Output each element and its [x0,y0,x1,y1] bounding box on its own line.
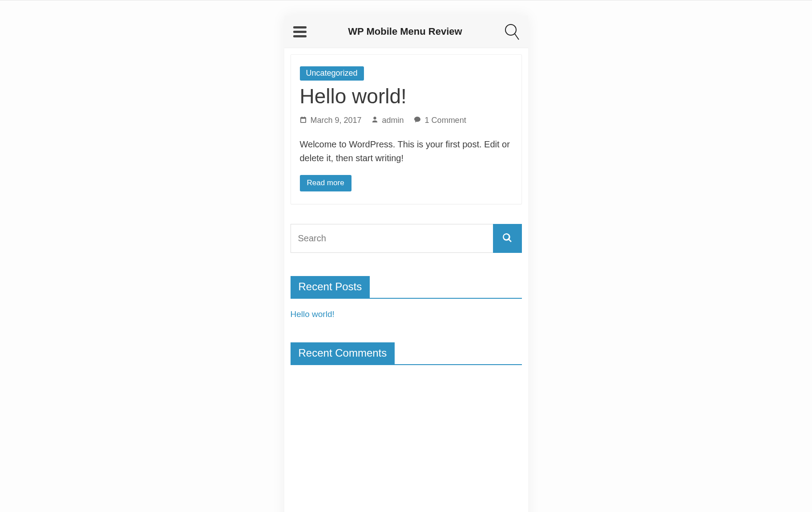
post-date-text: March 9, 2017 [311,116,362,125]
post-author-text: admin [382,116,404,125]
search-submit-button[interactable] [493,224,522,253]
widget-title: Recent Posts [291,276,370,298]
search-icon [502,233,512,244]
category-badge[interactable]: Uncategorized [300,66,364,81]
widget-title: Recent Comments [291,342,395,364]
meta-comments[interactable]: 1 Comment [414,116,466,125]
comment-icon [414,116,421,125]
calendar-icon [300,116,307,125]
search-icon[interactable] [504,23,519,40]
post-meta: March 9, 2017 admin 1 Comment [300,116,513,125]
list-item: Hello world! [291,309,522,319]
user-icon [372,116,378,125]
svg-line-1 [515,34,519,40]
svg-point-0 [505,24,516,35]
recent-posts-list: Hello world! [291,299,522,319]
widget-recent-comments: Recent Comments [291,342,522,365]
post-comments-text: 1 Comment [425,116,466,125]
widget-title-bar: Recent Posts [291,276,522,299]
post-title[interactable]: Hello world! [300,85,513,108]
read-more-button[interactable]: Read more [300,175,351,191]
meta-author[interactable]: admin [372,116,404,125]
recent-post-link[interactable]: Hello world! [291,309,335,319]
mobile-preview-frame: WP Mobile Menu Review Uncategorized Hell… [284,16,528,512]
search-form [291,224,522,253]
post-card: Uncategorized Hello world! March 9, 2017… [291,54,522,204]
search-input[interactable] [291,224,493,253]
topbar: WP Mobile Menu Review [284,16,528,48]
widget-recent-posts: Recent Posts Hello world! [291,276,522,319]
meta-date: March 9, 2017 [300,116,362,125]
post-excerpt: Welcome to WordPress. This is your first… [300,138,513,165]
widget-title-bar: Recent Comments [291,342,522,365]
hamburger-icon[interactable] [293,26,307,37]
site-title[interactable]: WP Mobile Menu Review [348,26,462,37]
